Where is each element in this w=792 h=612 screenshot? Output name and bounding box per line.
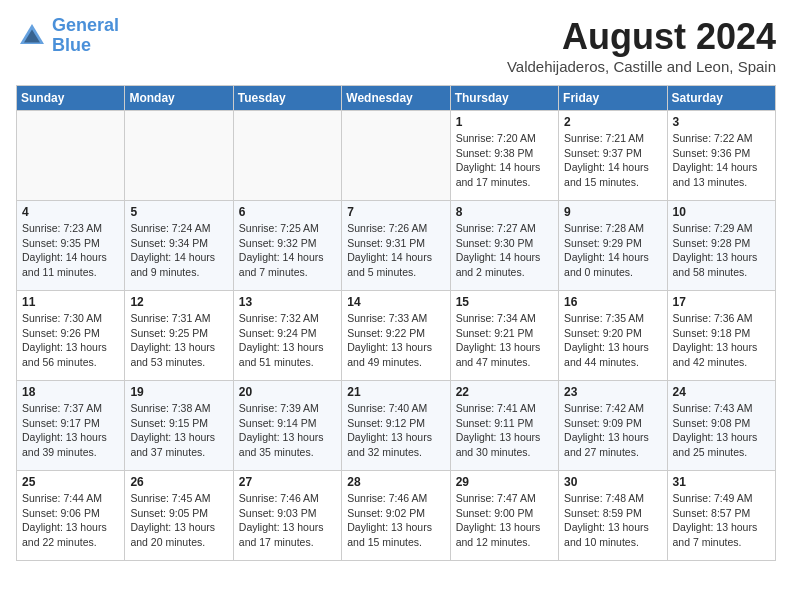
day-number: 25 — [22, 475, 119, 489]
day-info: Sunrise: 7:30 AM Sunset: 9:26 PM Dayligh… — [22, 311, 119, 370]
calendar-cell: 8Sunrise: 7:27 AM Sunset: 9:30 PM Daylig… — [450, 201, 558, 291]
day-number: 9 — [564, 205, 661, 219]
calendar-cell: 14Sunrise: 7:33 AM Sunset: 9:22 PM Dayli… — [342, 291, 450, 381]
calendar-week-2: 4Sunrise: 7:23 AM Sunset: 9:35 PM Daylig… — [17, 201, 776, 291]
day-number: 24 — [673, 385, 770, 399]
day-info: Sunrise: 7:41 AM Sunset: 9:11 PM Dayligh… — [456, 401, 553, 460]
day-number: 26 — [130, 475, 227, 489]
day-number: 11 — [22, 295, 119, 309]
weekday-header-monday: Monday — [125, 86, 233, 111]
title-block: August 2024 Valdehijaderos, Castille and… — [507, 16, 776, 75]
calendar-cell — [342, 111, 450, 201]
calendar-cell: 4Sunrise: 7:23 AM Sunset: 9:35 PM Daylig… — [17, 201, 125, 291]
day-info: Sunrise: 7:32 AM Sunset: 9:24 PM Dayligh… — [239, 311, 336, 370]
day-info: Sunrise: 7:42 AM Sunset: 9:09 PM Dayligh… — [564, 401, 661, 460]
weekday-header-sunday: Sunday — [17, 86, 125, 111]
calendar-cell: 11Sunrise: 7:30 AM Sunset: 9:26 PM Dayli… — [17, 291, 125, 381]
weekday-header-tuesday: Tuesday — [233, 86, 341, 111]
month-year: August 2024 — [507, 16, 776, 58]
day-number: 31 — [673, 475, 770, 489]
calendar-cell: 24Sunrise: 7:43 AM Sunset: 9:08 PM Dayli… — [667, 381, 775, 471]
weekday-header-row: SundayMondayTuesdayWednesdayThursdayFrid… — [17, 86, 776, 111]
day-number: 8 — [456, 205, 553, 219]
calendar-cell — [233, 111, 341, 201]
weekday-header-thursday: Thursday — [450, 86, 558, 111]
day-info: Sunrise: 7:48 AM Sunset: 8:59 PM Dayligh… — [564, 491, 661, 550]
calendar-cell: 10Sunrise: 7:29 AM Sunset: 9:28 PM Dayli… — [667, 201, 775, 291]
logo-text: General Blue — [52, 16, 119, 56]
day-info: Sunrise: 7:21 AM Sunset: 9:37 PM Dayligh… — [564, 131, 661, 190]
day-info: Sunrise: 7:39 AM Sunset: 9:14 PM Dayligh… — [239, 401, 336, 460]
day-number: 28 — [347, 475, 444, 489]
day-info: Sunrise: 7:38 AM Sunset: 9:15 PM Dayligh… — [130, 401, 227, 460]
day-number: 4 — [22, 205, 119, 219]
calendar-cell — [125, 111, 233, 201]
calendar-cell: 1Sunrise: 7:20 AM Sunset: 9:38 PM Daylig… — [450, 111, 558, 201]
calendar-cell: 9Sunrise: 7:28 AM Sunset: 9:29 PM Daylig… — [559, 201, 667, 291]
calendar-cell: 19Sunrise: 7:38 AM Sunset: 9:15 PM Dayli… — [125, 381, 233, 471]
day-number: 5 — [130, 205, 227, 219]
calendar-cell: 6Sunrise: 7:25 AM Sunset: 9:32 PM Daylig… — [233, 201, 341, 291]
calendar-cell: 5Sunrise: 7:24 AM Sunset: 9:34 PM Daylig… — [125, 201, 233, 291]
calendar-cell: 17Sunrise: 7:36 AM Sunset: 9:18 PM Dayli… — [667, 291, 775, 381]
logo-icon — [16, 20, 48, 52]
calendar-cell: 31Sunrise: 7:49 AM Sunset: 8:57 PM Dayli… — [667, 471, 775, 561]
day-number: 3 — [673, 115, 770, 129]
calendar-cell: 26Sunrise: 7:45 AM Sunset: 9:05 PM Dayli… — [125, 471, 233, 561]
day-info: Sunrise: 7:24 AM Sunset: 9:34 PM Dayligh… — [130, 221, 227, 280]
calendar-cell: 22Sunrise: 7:41 AM Sunset: 9:11 PM Dayli… — [450, 381, 558, 471]
day-number: 6 — [239, 205, 336, 219]
day-info: Sunrise: 7:46 AM Sunset: 9:03 PM Dayligh… — [239, 491, 336, 550]
day-info: Sunrise: 7:33 AM Sunset: 9:22 PM Dayligh… — [347, 311, 444, 370]
calendar-cell: 3Sunrise: 7:22 AM Sunset: 9:36 PM Daylig… — [667, 111, 775, 201]
day-number: 22 — [456, 385, 553, 399]
day-info: Sunrise: 7:36 AM Sunset: 9:18 PM Dayligh… — [673, 311, 770, 370]
day-info: Sunrise: 7:20 AM Sunset: 9:38 PM Dayligh… — [456, 131, 553, 190]
calendar-week-4: 18Sunrise: 7:37 AM Sunset: 9:17 PM Dayli… — [17, 381, 776, 471]
day-number: 23 — [564, 385, 661, 399]
day-number: 12 — [130, 295, 227, 309]
calendar-cell: 12Sunrise: 7:31 AM Sunset: 9:25 PM Dayli… — [125, 291, 233, 381]
day-info: Sunrise: 7:22 AM Sunset: 9:36 PM Dayligh… — [673, 131, 770, 190]
calendar-cell — [17, 111, 125, 201]
day-info: Sunrise: 7:43 AM Sunset: 9:08 PM Dayligh… — [673, 401, 770, 460]
calendar-cell: 29Sunrise: 7:47 AM Sunset: 9:00 PM Dayli… — [450, 471, 558, 561]
calendar-cell: 27Sunrise: 7:46 AM Sunset: 9:03 PM Dayli… — [233, 471, 341, 561]
day-info: Sunrise: 7:34 AM Sunset: 9:21 PM Dayligh… — [456, 311, 553, 370]
day-number: 16 — [564, 295, 661, 309]
day-info: Sunrise: 7:26 AM Sunset: 9:31 PM Dayligh… — [347, 221, 444, 280]
calendar-week-1: 1Sunrise: 7:20 AM Sunset: 9:38 PM Daylig… — [17, 111, 776, 201]
day-info: Sunrise: 7:46 AM Sunset: 9:02 PM Dayligh… — [347, 491, 444, 550]
calendar-week-3: 11Sunrise: 7:30 AM Sunset: 9:26 PM Dayli… — [17, 291, 776, 381]
day-number: 19 — [130, 385, 227, 399]
day-info: Sunrise: 7:44 AM Sunset: 9:06 PM Dayligh… — [22, 491, 119, 550]
calendar-cell: 2Sunrise: 7:21 AM Sunset: 9:37 PM Daylig… — [559, 111, 667, 201]
calendar-cell: 18Sunrise: 7:37 AM Sunset: 9:17 PM Dayli… — [17, 381, 125, 471]
weekday-header-friday: Friday — [559, 86, 667, 111]
calendar-week-5: 25Sunrise: 7:44 AM Sunset: 9:06 PM Dayli… — [17, 471, 776, 561]
day-info: Sunrise: 7:49 AM Sunset: 8:57 PM Dayligh… — [673, 491, 770, 550]
calendar-cell: 28Sunrise: 7:46 AM Sunset: 9:02 PM Dayli… — [342, 471, 450, 561]
calendar-cell: 13Sunrise: 7:32 AM Sunset: 9:24 PM Dayli… — [233, 291, 341, 381]
day-info: Sunrise: 7:47 AM Sunset: 9:00 PM Dayligh… — [456, 491, 553, 550]
day-info: Sunrise: 7:35 AM Sunset: 9:20 PM Dayligh… — [564, 311, 661, 370]
day-info: Sunrise: 7:28 AM Sunset: 9:29 PM Dayligh… — [564, 221, 661, 280]
day-number: 20 — [239, 385, 336, 399]
calendar-cell: 21Sunrise: 7:40 AM Sunset: 9:12 PM Dayli… — [342, 381, 450, 471]
calendar-cell: 25Sunrise: 7:44 AM Sunset: 9:06 PM Dayli… — [17, 471, 125, 561]
day-number: 10 — [673, 205, 770, 219]
calendar-table: SundayMondayTuesdayWednesdayThursdayFrid… — [16, 85, 776, 561]
day-number: 30 — [564, 475, 661, 489]
calendar-cell: 23Sunrise: 7:42 AM Sunset: 9:09 PM Dayli… — [559, 381, 667, 471]
calendar-cell: 30Sunrise: 7:48 AM Sunset: 8:59 PM Dayli… — [559, 471, 667, 561]
logo: General Blue — [16, 16, 119, 56]
day-info: Sunrise: 7:27 AM Sunset: 9:30 PM Dayligh… — [456, 221, 553, 280]
calendar-cell: 20Sunrise: 7:39 AM Sunset: 9:14 PM Dayli… — [233, 381, 341, 471]
day-number: 18 — [22, 385, 119, 399]
day-info: Sunrise: 7:40 AM Sunset: 9:12 PM Dayligh… — [347, 401, 444, 460]
weekday-header-wednesday: Wednesday — [342, 86, 450, 111]
calendar-cell: 15Sunrise: 7:34 AM Sunset: 9:21 PM Dayli… — [450, 291, 558, 381]
page-header: General Blue August 2024 Valdehijaderos,… — [16, 16, 776, 75]
day-number: 27 — [239, 475, 336, 489]
calendar-cell: 16Sunrise: 7:35 AM Sunset: 9:20 PM Dayli… — [559, 291, 667, 381]
